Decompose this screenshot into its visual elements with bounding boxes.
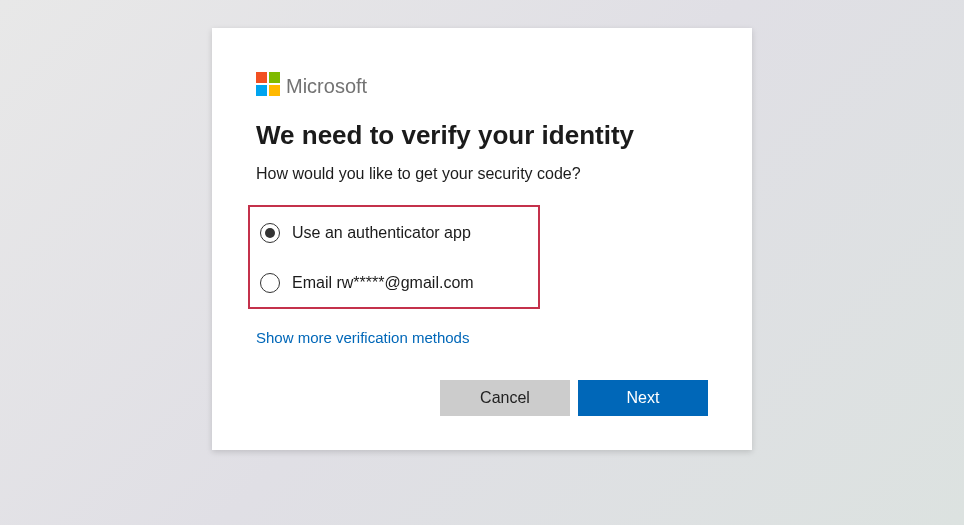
next-button[interactable]: Next (578, 380, 708, 416)
svg-rect-2 (256, 85, 267, 96)
microsoft-logo-icon (256, 72, 280, 100)
page-subtitle: How would you like to get your security … (256, 165, 708, 183)
radio-icon (260, 223, 280, 243)
verify-identity-card: Microsoft We need to verify your identit… (212, 28, 752, 450)
dialog-actions: Cancel Next (256, 380, 708, 416)
brand-row: Microsoft (256, 72, 708, 100)
option-email[interactable]: Email rw*****@gmail.com (258, 267, 530, 299)
option-authenticator-app[interactable]: Use an authenticator app (258, 217, 530, 249)
svg-rect-1 (269, 72, 280, 83)
brand-name: Microsoft (286, 75, 367, 98)
option-label: Use an authenticator app (292, 224, 471, 242)
cancel-button[interactable]: Cancel (440, 380, 570, 416)
options-highlight-box: Use an authenticator app Email rw*****@g… (248, 205, 540, 309)
svg-rect-3 (269, 85, 280, 96)
show-more-methods-link[interactable]: Show more verification methods (256, 329, 469, 346)
page-title: We need to verify your identity (256, 120, 708, 151)
svg-rect-0 (256, 72, 267, 83)
radio-icon (260, 273, 280, 293)
option-label: Email rw*****@gmail.com (292, 274, 474, 292)
